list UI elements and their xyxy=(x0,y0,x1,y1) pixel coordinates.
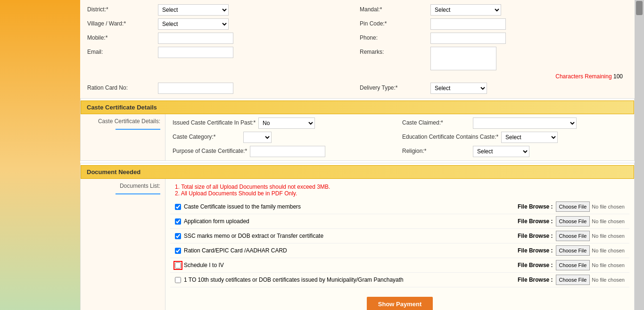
main-content: District:* Select Mandal:* Select xyxy=(80,0,635,310)
doc-label-5: Schedule I to IV xyxy=(184,262,224,268)
delivery-label: Delivery Type:* xyxy=(360,83,430,91)
doc-file-browse-5: File Browse : Choose File No file chosen xyxy=(518,260,625,270)
doc-check-label-5: Schedule I to IV xyxy=(175,262,518,268)
doc-file-browse-1: File Browse : Choose File No file chosen xyxy=(518,201,625,212)
documents-sidebar-text: Documents List: xyxy=(120,183,160,189)
chars-remaining-label: Characters Remaining 100 xyxy=(555,73,623,80)
doc-check-label-4: Ration Card/EPIC Card /AADHAR CARD xyxy=(175,247,518,254)
documents-sidebar-label: Documents List: xyxy=(81,179,165,310)
no-file-text-3: No file chosen xyxy=(592,233,625,239)
doc-check-label-2: Application form uploaded xyxy=(175,218,518,225)
doc-file-browse-6: File Browse : Choose File No file chosen xyxy=(518,275,625,285)
caste-section: Caste Certificate Details Caste Certific… xyxy=(80,98,635,161)
mandal-select[interactable]: Select xyxy=(430,4,501,16)
documents-section-title: Document Needed xyxy=(87,168,140,176)
doc-check-label-1: Caste Certificate issued to the family m… xyxy=(175,203,518,210)
doc-label-3: SSC marks memo or DOB extract or Transfe… xyxy=(184,233,323,239)
address-form-section: District:* Select Mandal:* Select xyxy=(80,0,635,98)
documents-content: 1. Total size of all Upload Documents sh… xyxy=(165,179,634,310)
caste-form-content: Issued Caste Certificate In Past:* No Ca… xyxy=(165,114,634,160)
purpose-input[interactable] xyxy=(250,146,325,157)
village-label: Village / Ward:* xyxy=(87,18,158,27)
phone-label: Phone: xyxy=(360,33,430,41)
choose-file-btn-6[interactable]: Choose File xyxy=(556,275,590,285)
doc-row-5: Schedule I to IV File Browse : Choose Fi… xyxy=(170,258,629,273)
phone-input[interactable] xyxy=(430,33,506,44)
file-browse-label-5: File Browse : xyxy=(518,262,553,268)
doc-file-browse-4: File Browse : Choose File No file chosen xyxy=(518,245,625,256)
scrollbar-thumb[interactable] xyxy=(636,1,643,15)
mandal-label: Mandal:* xyxy=(360,4,430,13)
email-label: Email: xyxy=(87,47,158,55)
choose-file-btn-5[interactable]: Choose File xyxy=(556,260,590,270)
doc-label-4: Ration Card/EPIC Card /AADHAR CARD xyxy=(184,247,287,254)
doc-checkbox-6[interactable] xyxy=(175,277,181,283)
file-browse-label-4: File Browse : xyxy=(518,247,553,254)
district-select[interactable]: Select xyxy=(158,4,229,16)
doc-checkbox-2[interactable] xyxy=(175,218,181,225)
email-input[interactable] xyxy=(158,47,233,58)
documents-section: Document Needed Documents List: 1. Total… xyxy=(80,163,635,310)
remarks-label: Remarks: xyxy=(360,47,430,55)
ration-input[interactable] xyxy=(158,83,233,94)
issued-label: Issued Caste Certificate In Past:* xyxy=(173,117,258,126)
edu-cert-select[interactable]: Select xyxy=(501,132,558,143)
caste-claimed-select[interactable] xyxy=(473,117,577,129)
religion-label: Religion:* xyxy=(402,146,473,154)
doc-row-2: Application form uploaded File Browse : … xyxy=(170,214,629,229)
doc-row-3: SSC marks memo or DOB extract or Transfe… xyxy=(170,229,629,243)
doc-check-label-3: SSC marks memo or DOB extract or Transfe… xyxy=(175,233,518,239)
documents-section-header: Document Needed xyxy=(81,165,634,179)
ration-label: Ration Card No: xyxy=(87,83,158,91)
show-payment-button[interactable]: Show Payment xyxy=(367,297,433,310)
doc-checkbox-3[interactable] xyxy=(175,233,181,239)
doc-label-1: Caste Certificate issued to the family m… xyxy=(184,203,301,210)
remarks-textarea[interactable] xyxy=(430,47,496,70)
pincode-label: Pin Code:* xyxy=(360,18,430,27)
chars-remaining-value: 100 xyxy=(613,73,623,80)
no-file-text-2: No file chosen xyxy=(592,218,625,224)
doc-notes: 1. Total size of all Upload Documents sh… xyxy=(170,181,629,200)
delivery-select[interactable]: Select xyxy=(430,83,487,94)
mobile-label: Mobile:* xyxy=(87,33,158,41)
choose-file-btn-4[interactable]: Choose File xyxy=(556,245,590,256)
doc-checkbox-5[interactable] xyxy=(175,262,181,268)
caste-section-title: Caste Certificate Details xyxy=(87,104,157,111)
doc-row-1: Caste Certificate issued to the family m… xyxy=(170,200,629,214)
purpose-label: Purpose of Caste Certificate:* xyxy=(173,146,250,154)
caste-category-label: Caste Category:* xyxy=(173,132,243,140)
mobile-input[interactable] xyxy=(158,33,233,44)
pincode-input[interactable] xyxy=(430,18,506,30)
doc-note-2: 2. All Upload Documents Should be in PDF… xyxy=(175,190,625,197)
left-sidebar xyxy=(0,0,80,310)
no-file-text-5: No file chosen xyxy=(592,262,625,268)
doc-checkbox-1[interactable] xyxy=(175,204,181,210)
no-file-text-4: No file chosen xyxy=(592,248,625,253)
choose-file-btn-2[interactable]: Choose File xyxy=(556,216,590,226)
doc-row-6: 1 TO 10th study cetificates or DOB certi… xyxy=(170,273,629,287)
issued-select[interactable]: No xyxy=(258,117,315,129)
file-browse-label-1: File Browse : xyxy=(518,203,553,210)
file-browse-label-3: File Browse : xyxy=(518,233,553,239)
doc-check-label-6: 1 TO 10th study cetificates or DOB certi… xyxy=(175,276,518,283)
caste-claimed-label: Caste Claimed:* xyxy=(402,117,473,126)
doc-checkbox-4[interactable] xyxy=(175,248,181,254)
choose-file-btn-3[interactable]: Choose File xyxy=(556,231,590,241)
village-select[interactable]: Select xyxy=(158,18,229,30)
choose-file-btn-1[interactable]: Choose File xyxy=(556,201,590,212)
district-label: District:* xyxy=(87,4,158,13)
file-browse-label-6: File Browse : xyxy=(518,276,553,283)
file-browse-label-2: File Browse : xyxy=(518,218,553,225)
doc-note-1: 1. Total size of all Upload Documents sh… xyxy=(175,184,625,190)
doc-file-browse-2: File Browse : Choose File No file chosen xyxy=(518,216,625,226)
religion-select[interactable]: Select xyxy=(473,146,529,157)
caste-section-header: Caste Certificate Details xyxy=(81,101,634,114)
caste-sidebar-text: Caste Certificate Details: xyxy=(98,118,160,125)
scrollbar[interactable] xyxy=(635,0,644,310)
doc-row-4: Ration Card/EPIC Card /AADHAR CARD File … xyxy=(170,243,629,258)
doc-label-6: 1 TO 10th study cetificates or DOB certi… xyxy=(184,276,404,283)
doc-label-2: Application form uploaded xyxy=(184,218,249,225)
caste-sidebar-label: Caste Certificate Details: xyxy=(81,114,165,160)
no-file-text-1: No file chosen xyxy=(592,204,625,209)
caste-category-select[interactable] xyxy=(243,132,272,143)
